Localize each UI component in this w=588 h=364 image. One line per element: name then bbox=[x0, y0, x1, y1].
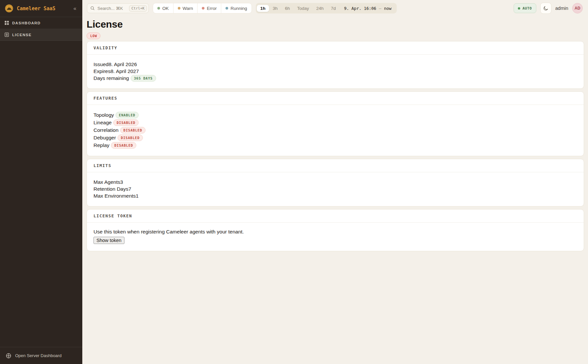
row-label: Issued bbox=[94, 61, 109, 67]
detail-row: Expires8. April 2027 bbox=[94, 68, 577, 75]
status-filter-running[interactable]: Running bbox=[221, 3, 251, 13]
auto-status-dot-icon bbox=[518, 7, 520, 10]
search-input[interactable] bbox=[97, 6, 127, 11]
show-token-button[interactable]: Show token bbox=[94, 237, 124, 244]
time-range-3h[interactable]: 3h bbox=[269, 5, 281, 12]
limits-header: LIMITS bbox=[87, 159, 584, 172]
topbar: Ctrl+K OKWarnErrorRunning 1h3h6hToday24h… bbox=[82, 0, 588, 16]
license-token-description: Use this token when registering Cameleer… bbox=[94, 229, 577, 235]
validity-card: VALIDITY Issued8. April 2026Expires8. Ap… bbox=[87, 41, 584, 89]
grid-icon bbox=[4, 20, 9, 25]
validity-header: VALIDITY bbox=[87, 41, 584, 55]
time-range-to: now bbox=[384, 6, 391, 11]
status-filter-group: OKWarnErrorRunning bbox=[153, 3, 252, 13]
sidebar-header: Cameleer SaaS « bbox=[0, 0, 82, 17]
features-header: FEATURES bbox=[87, 92, 584, 105]
user-avatar[interactable]: AD bbox=[572, 3, 583, 13]
app-title: Cameleer SaaS bbox=[17, 6, 55, 12]
main-area: Ctrl+K OKWarnErrorRunning 1h3h6hToday24h… bbox=[82, 0, 588, 364]
license-level-badge: LOW bbox=[87, 33, 100, 39]
search-shortcut-kbd: Ctrl+K bbox=[129, 5, 147, 12]
status-dot-icon bbox=[202, 7, 204, 10]
row-label: Max Environments bbox=[94, 193, 136, 199]
page-title: License bbox=[87, 19, 584, 30]
sidebar-item-dashboard[interactable]: DASHBOARD bbox=[0, 17, 82, 29]
features-body: TopologyENABLEDLineageDISABLEDCorrelatio… bbox=[87, 105, 584, 156]
page-content: License LOW VALIDITY Issued8. April 2026… bbox=[82, 16, 588, 251]
status-filter-ok[interactable]: OK bbox=[153, 3, 174, 13]
row-value: 8. April 2027 bbox=[111, 68, 139, 74]
row-label: Lineage bbox=[94, 120, 112, 126]
features-card: FEATURES TopologyENABLEDLineageDISABLEDC… bbox=[87, 91, 584, 156]
status-filter-label: OK bbox=[162, 6, 169, 11]
status-filter-label: Warn bbox=[183, 6, 193, 11]
time-range-1h[interactable]: 1h bbox=[257, 5, 269, 12]
detail-row: Max Environments1 bbox=[94, 192, 577, 199]
row-label: Debugger bbox=[94, 135, 116, 141]
status-badge: DISABLED bbox=[120, 127, 146, 133]
username-label: admin bbox=[555, 6, 569, 11]
status-badge: DISABLED bbox=[118, 134, 143, 141]
license-token-header: LICENSE TOKEN bbox=[87, 209, 584, 223]
detail-row: LineageDISABLED bbox=[94, 119, 577, 126]
limits-body: Max Agents3Retention Days7Max Environmen… bbox=[87, 172, 584, 206]
theme-toggle-button[interactable] bbox=[540, 3, 551, 14]
time-range-display[interactable]: 9. Apr. 16:06 – now bbox=[339, 6, 396, 11]
detail-row: DebuggerDISABLED bbox=[94, 134, 577, 141]
sidebar-item-label: DASHBOARD bbox=[12, 21, 40, 25]
app-logo-camel-coin-icon bbox=[5, 4, 13, 13]
row-label: Days remaining bbox=[94, 75, 129, 81]
detail-row: Retention Days7 bbox=[94, 185, 577, 192]
open-server-dashboard-link[interactable]: Open Server Dashboard bbox=[0, 347, 82, 364]
auto-refresh-badge[interactable]: AUTO bbox=[514, 3, 536, 13]
status-dot-icon bbox=[178, 7, 180, 10]
status-filter-label: Error bbox=[207, 6, 217, 11]
time-range-24h[interactable]: 24h bbox=[312, 5, 327, 12]
detail-row: ReplayDISABLED bbox=[94, 141, 577, 149]
row-value: 7 bbox=[128, 186, 131, 192]
row-label: Topology bbox=[94, 112, 114, 118]
chevrons-left-icon[interactable]: « bbox=[72, 5, 78, 12]
validity-body: Issued8. April 2026Expires8. April 2027D… bbox=[87, 55, 584, 88]
status-badge: ENABLED bbox=[116, 112, 139, 118]
license-token-body: Use this token when registering Cameleer… bbox=[87, 223, 584, 251]
detail-row: Max Agents3 bbox=[94, 179, 577, 185]
detail-row: TopologyENABLED bbox=[94, 111, 577, 119]
search-box[interactable]: Ctrl+K bbox=[87, 3, 149, 13]
search-icon bbox=[90, 6, 95, 11]
status-filter-label: Running bbox=[230, 6, 247, 11]
status-filter-error[interactable]: Error bbox=[198, 3, 221, 13]
row-label: Retention Days bbox=[94, 186, 128, 192]
time-range-group: 1h3h6hToday24h7d 9. Apr. 16:06 – now bbox=[256, 3, 397, 13]
time-range-7d[interactable]: 7d bbox=[327, 5, 339, 12]
row-label: Expires bbox=[94, 68, 111, 74]
open-server-dashboard-label: Open Server Dashboard bbox=[15, 353, 62, 358]
row-label: Max Agents bbox=[94, 179, 120, 185]
detail-row: Days remaining365 DAYS bbox=[94, 75, 577, 82]
limits-card: LIMITS Max Agents3Retention Days7Max Env… bbox=[87, 159, 584, 206]
time-range-today[interactable]: Today bbox=[293, 5, 312, 12]
time-range-separator: – bbox=[379, 6, 382, 11]
sidebar-item-label: LICENSE bbox=[12, 33, 32, 37]
row-value: 8. April 2026 bbox=[109, 61, 137, 67]
status-badge: 365 DAYS bbox=[131, 75, 156, 82]
status-dot-icon bbox=[226, 7, 228, 10]
auto-badge-label: AUTO bbox=[522, 6, 532, 11]
status-badge: DISABLED bbox=[111, 142, 136, 149]
row-value: 1 bbox=[136, 193, 139, 199]
time-range-6h[interactable]: 6h bbox=[281, 5, 293, 12]
license-icon bbox=[4, 32, 9, 37]
sidebar-item-license[interactable]: LICENSE bbox=[0, 29, 82, 41]
status-badge: DISABLED bbox=[113, 119, 139, 126]
sidebar-nav: DASHBOARDLICENSE bbox=[0, 17, 82, 41]
status-filter-warn[interactable]: Warn bbox=[174, 3, 198, 13]
time-range-from: 9. Apr. 16:06 bbox=[344, 6, 376, 11]
row-label: Replay bbox=[94, 142, 109, 148]
sidebar: Cameleer SaaS « DASHBOARDLICENSE Open Se… bbox=[0, 0, 82, 364]
detail-row: CorrelationDISABLED bbox=[94, 126, 577, 134]
row-label: Correlation bbox=[94, 127, 119, 133]
globe-icon bbox=[6, 353, 12, 359]
license-token-card: LICENSE TOKEN Use this token when regist… bbox=[87, 209, 584, 251]
status-dot-icon bbox=[157, 7, 160, 10]
detail-row: Issued8. April 2026 bbox=[94, 61, 577, 68]
